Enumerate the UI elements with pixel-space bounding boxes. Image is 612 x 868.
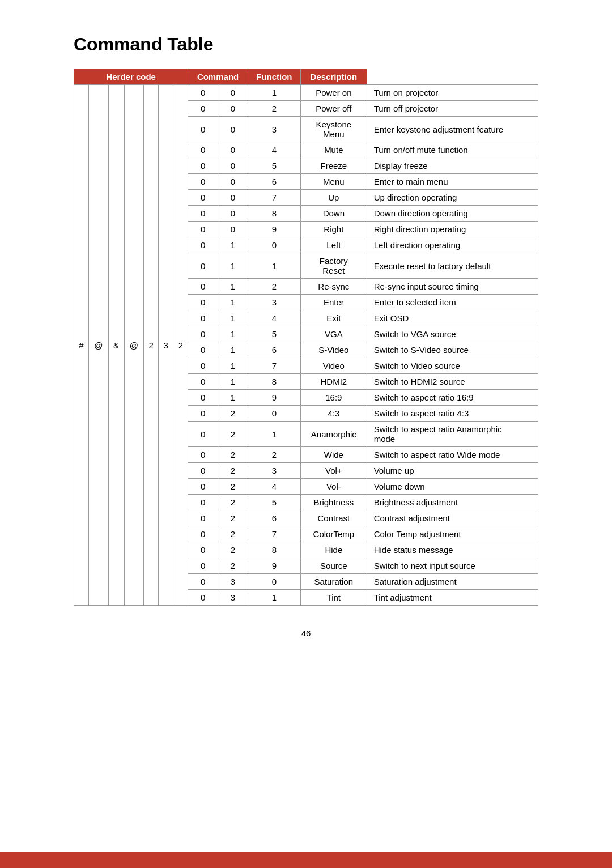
cmd-byte3: 1 [248, 85, 300, 101]
function-cell: Re-sync [300, 279, 367, 295]
description-cell: Color Temp adjustment [367, 526, 538, 542]
cmd-byte2: 1 [218, 390, 248, 406]
header-command: Command [188, 69, 248, 85]
table-row: #@&@232001Power onTurn on projector [74, 85, 538, 101]
cmd-byte2: 0 [218, 190, 248, 206]
description-cell: Switch to next input source [367, 558, 538, 574]
description-cell: Tint adjustment [367, 590, 538, 606]
cmd-byte1: 0 [188, 174, 218, 190]
cmd-byte3: 6 [248, 174, 300, 190]
function-cell: Hide [300, 542, 367, 558]
cmd-byte3: 6 [248, 342, 300, 358]
function-cell: Anamorphic [300, 422, 367, 447]
cmd-byte3: 2 [248, 101, 300, 117]
cmd-byte2: 1 [218, 342, 248, 358]
function-cell: Up [300, 190, 367, 206]
cmd-byte1: 0 [188, 237, 218, 253]
cmd-byte1: 0 [188, 142, 218, 158]
function-cell: Vol- [300, 479, 367, 495]
cmd-byte2: 0 [218, 206, 248, 222]
function-cell: 16:9 [300, 390, 367, 406]
cmd-byte2: 2 [218, 510, 248, 526]
description-cell: Hide status message [367, 542, 538, 558]
cmd-byte3: 2 [248, 447, 300, 463]
herder-prefix-2: @ [89, 85, 108, 606]
cmd-byte3: 9 [248, 390, 300, 406]
cmd-byte3: 8 [248, 206, 300, 222]
description-cell: Re-sync input source timing [367, 279, 538, 295]
cmd-byte2: 1 [218, 295, 248, 310]
cmd-byte2: 2 [218, 542, 248, 558]
description-cell: Switch to aspect ratio 16:9 [367, 390, 538, 406]
herder-prefix-4: @ [124, 85, 143, 606]
cmd-byte1: 0 [188, 101, 218, 117]
cmd-byte2: 0 [218, 222, 248, 237]
function-cell: Right [300, 222, 367, 237]
function-cell: Brightness [300, 495, 367, 510]
cmd-byte3: 3 [248, 295, 300, 310]
cmd-byte2: 1 [218, 374, 248, 390]
cmd-byte1: 0 [188, 190, 218, 206]
header-function: Function [248, 69, 300, 85]
function-cell: Source [300, 558, 367, 574]
cmd-byte3: 3 [248, 463, 300, 479]
cmd-byte2: 0 [218, 174, 248, 190]
description-cell: Turn on/off mute function [367, 142, 538, 158]
description-cell: Right direction operating [367, 222, 538, 237]
herder-prefix-3: & [108, 85, 124, 606]
description-cell: Enter to main menu [367, 174, 538, 190]
herder-prefix-5: 2 [144, 85, 159, 606]
cmd-byte1: 0 [188, 158, 218, 174]
page-title: Command Table [74, 34, 538, 55]
function-cell: Exit [300, 310, 367, 326]
cmd-byte2: 2 [218, 406, 248, 422]
description-cell: Switch to VGA source [367, 326, 538, 342]
cmd-byte3: 5 [248, 158, 300, 174]
cmd-byte2: 0 [218, 85, 248, 101]
cmd-byte2: 0 [218, 101, 248, 117]
function-cell: ColorTemp [300, 526, 367, 542]
cmd-byte3: 5 [248, 495, 300, 510]
cmd-byte2: 0 [218, 158, 248, 174]
description-cell: Brightness adjustment [367, 495, 538, 510]
description-cell: Turn off projector [367, 101, 538, 117]
header-herder-code: Herder code [74, 69, 188, 85]
cmd-byte1: 0 [188, 358, 218, 374]
function-cell: Power on [300, 85, 367, 101]
cmd-byte1: 0 [188, 310, 218, 326]
cmd-byte2: 2 [218, 495, 248, 510]
cmd-byte2: 1 [218, 237, 248, 253]
cmd-byte1: 0 [188, 85, 218, 101]
cmd-byte1: 0 [188, 510, 218, 526]
cmd-byte2: 1 [218, 326, 248, 342]
description-cell: Switch to aspect ratio Anamorphicmode [367, 422, 538, 447]
page-number: 46 [74, 628, 538, 638]
cmd-byte3: 0 [248, 574, 300, 590]
cmd-byte3: 4 [248, 310, 300, 326]
function-cell: Enter [300, 295, 367, 310]
cmd-byte1: 0 [188, 406, 218, 422]
cmd-byte3: 3 [248, 117, 300, 142]
function-cell: Left [300, 237, 367, 253]
herder-prefix-7: 2 [173, 85, 188, 606]
footer-bar [0, 852, 612, 868]
header-description: Description [300, 69, 367, 85]
function-cell: Saturation [300, 574, 367, 590]
cmd-byte1: 0 [188, 222, 218, 237]
cmd-byte2: 1 [218, 253, 248, 279]
function-cell: Video [300, 358, 367, 374]
cmd-byte1: 0 [188, 295, 218, 310]
function-cell: Power off [300, 101, 367, 117]
function-cell: Freeze [300, 158, 367, 174]
cmd-byte1: 0 [188, 574, 218, 590]
cmd-byte1: 0 [188, 479, 218, 495]
cmd-byte1: 0 [188, 463, 218, 479]
cmd-byte1: 0 [188, 342, 218, 358]
cmd-byte1: 0 [188, 422, 218, 447]
function-cell: Menu [300, 174, 367, 190]
description-cell: Volume down [367, 479, 538, 495]
description-cell: Switch to HDMI2 source [367, 374, 538, 390]
cmd-byte2: 2 [218, 463, 248, 479]
cmd-byte1: 0 [188, 390, 218, 406]
cmd-byte1: 0 [188, 279, 218, 295]
